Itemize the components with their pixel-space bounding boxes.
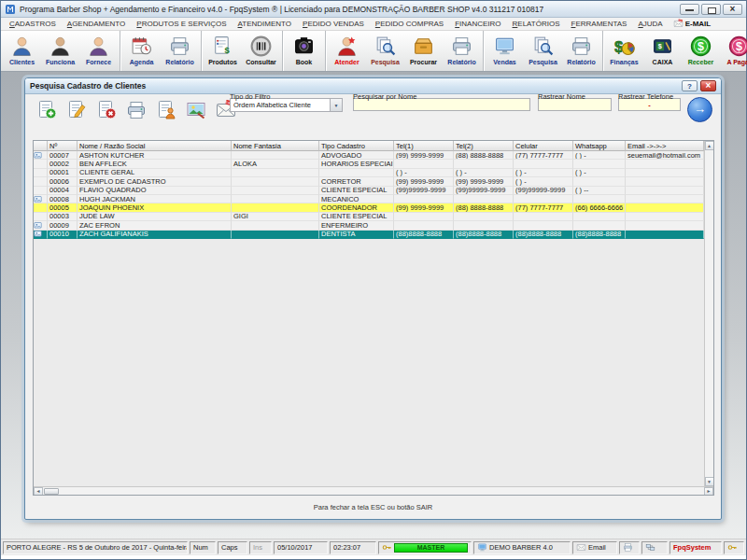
toolbar-button-finan-as[interactable]: $Finanças — [605, 32, 643, 70]
delete-record-button[interactable] — [92, 97, 120, 122]
table-row-joaquin-phoenix[interactable]: 00005JOAQUIN PHOENIXCOORDENADOR(99) 9999… — [34, 203, 704, 212]
table-row-exemplo-de-cadastro[interactable]: 00006EXEMPLO DE CADASTROCORRETOR(99) 999… — [34, 177, 704, 186]
menu-item-relat-rios[interactable]: RELATÓRIOS — [508, 19, 565, 29]
scroll-right-icon[interactable]: ► — [704, 487, 713, 496]
scroll-up-icon[interactable]: ▲ — [705, 141, 714, 150]
scrollbar-thumb[interactable] — [44, 488, 59, 495]
table-row-cliente-geral[interactable]: 00001CLIENTE GERAL( ) -( ) -( ) -( ) - — [34, 169, 704, 177]
menu-item-ajuda[interactable]: AJUDA — [633, 19, 667, 29]
cell-tel2: (88) 8888-8888 — [454, 151, 514, 160]
menu-item-financeiro[interactable]: FINANCEIRO — [450, 19, 505, 29]
photo-row-icon — [34, 221, 42, 230]
column-header-tipo-cadastro[interactable]: Tipo Cadastro — [319, 141, 394, 151]
toolbar-button-pesquisa[interactable]: Pesquisa — [524, 32, 562, 70]
menu-bar: CADASTROSAGENDAMENTOPRODUTOS E SERVIÇOSA… — [1, 18, 746, 31]
search-go-button[interactable] — [687, 97, 712, 122]
menu-item-ferramentas[interactable]: FERRAMENTAS — [567, 19, 632, 29]
table-row-ashton-kutcher[interactable]: 00007ASHTON KUTCHERADVOGADO(99) 9999-999… — [34, 151, 704, 160]
column-header-email[interactable]: Email ->->-> — [626, 141, 704, 151]
status-panel-printer — [619, 541, 640, 554]
toolbar-button-receber[interactable]: $Receber — [682, 32, 720, 70]
svg-text:$: $ — [658, 42, 662, 50]
toolbar-button-clientes[interactable]: Clientes — [3, 32, 41, 70]
scroll-left-icon[interactable]: ◄ — [34, 487, 43, 496]
column-header-n[interactable]: Nº — [48, 141, 78, 151]
minimize-button[interactable] — [680, 4, 699, 15]
table-row-zach-galifianakis[interactable]: 00010ZACH GALIFIANAKISDENTISTA(88)8888-8… — [34, 231, 704, 239]
dialog-title: Pesquisa Cadastro de Clientes — [30, 81, 146, 91]
toolbar-button-atender[interactable]: Atender — [328, 32, 366, 70]
photo-row-icon — [34, 231, 42, 239]
monitor-icon — [477, 542, 487, 553]
table-header: NºNome / Razão SocialNome FantasiaTipo C… — [34, 141, 704, 151]
toolbar-button-relat-rio[interactable]: Relatório — [443, 32, 481, 70]
toolbar-button-a-pagar[interactable]: $A Pagar — [720, 32, 747, 70]
toolbar-button-consultar[interactable]: Consultar — [242, 32, 280, 70]
contact-doc-button[interactable] — [152, 97, 179, 122]
table-row-flavio-quadrado[interactable]: 00004FLAVIO QUADRADOCLIENTE ESPECIAL(99)… — [34, 187, 704, 195]
photo-button[interactable] — [182, 97, 209, 122]
column-header-nome-fantasia[interactable]: Nome Fantasia — [232, 141, 319, 151]
close-button[interactable] — [723, 4, 742, 15]
dialog-close-button[interactable] — [700, 80, 716, 91]
menu-item-atendimento[interactable]: ATENDIMENTO — [233, 19, 297, 29]
cell-tel2 — [454, 213, 514, 221]
cell-tel1: (99)99999-9999 — [394, 187, 454, 195]
add-record-button[interactable] — [33, 97, 60, 122]
cell-tel1: (99) 9999-9999 — [394, 203, 454, 212]
menu-item-produtos-e-servi-os[interactable]: PRODUTOS E SERVIÇOS — [132, 19, 231, 29]
menu-item-pedido-compras[interactable]: PEDIDO COMPRAS — [371, 19, 448, 29]
track-phone-label: Rastrear Telefone — [618, 92, 673, 101]
table-row-zac-efron[interactable]: 00009ZAC EFRONENFERMEIRO — [34, 221, 704, 230]
workspace: Pesquisa Cadastro de Clientes E-MAIL Tip… — [1, 72, 746, 539]
scroll-down-icon[interactable]: ▼ — [705, 477, 714, 486]
toolbar-button-procurar[interactable]: Procurar — [404, 32, 443, 70]
column-header-whatsapp[interactable]: Whatsapp — [573, 141, 626, 151]
column-header-tel-2[interactable]: Tel(2) — [454, 141, 514, 151]
titlebar: Programa Barber Shop + Agendamento e Fin… — [1, 1, 746, 18]
photo-icon — [185, 99, 207, 121]
table-row-jude-law[interactable]: 00003JUDE LAWGIGICLIENTE ESPECIAL — [34, 213, 704, 221]
toolbar-button-relat-rio[interactable]: Relatório — [161, 32, 199, 70]
column-header-celular[interactable]: Celular — [514, 141, 573, 151]
menu-item-cadastros[interactable]: CADASTROS — [5, 19, 61, 29]
drawer-icon — [412, 35, 435, 58]
cell-fantasy: GIGI — [232, 213, 319, 221]
toolbar-button-relat-rio[interactable]: Relatório — [562, 32, 600, 70]
menu-item-agendamento[interactable]: AGENDAMENTO — [63, 19, 131, 29]
status-panel-master: MASTER — [378, 541, 472, 554]
edit-record-button[interactable] — [63, 97, 90, 122]
toolbar-button-funciona[interactable]: Funciona — [41, 32, 79, 70]
toolbar-button-produtos[interactable]: $Produtos — [204, 32, 242, 70]
app-icon — [5, 4, 16, 15]
chevron-down-icon[interactable] — [330, 99, 342, 111]
record-actions: E-MAIL — [33, 97, 239, 122]
dialog-help-button[interactable] — [682, 80, 698, 91]
cell-whatsapp — [573, 195, 626, 203]
table-row-hugh-jackman[interactable]: 00008HUGH JACKMANMECANICO — [34, 195, 704, 203]
table-row-ben-affleck[interactable]: 00002BEN AFFLECKALOKAHORARIOS ESPECIAIS — [34, 160, 704, 168]
menu-item-pedido-vendas[interactable]: PEDIDO VENDAS — [298, 19, 369, 29]
column-header-tel-1[interactable]: Tel(1) — [394, 141, 454, 151]
toolbar-button-pesquisa[interactable]: Pesquisa — [366, 32, 404, 70]
toolbar-button-agenda[interactable]: Agenda — [122, 32, 161, 70]
restore-button[interactable] — [701, 4, 721, 15]
menu-item-email[interactable]: E-MAILE-MAIL — [669, 19, 715, 29]
column-header-icon[interactable] — [34, 141, 48, 151]
client-search-dialog: Pesquisa Cadastro de Clientes E-MAIL Tip… — [24, 77, 722, 520]
cell-name: JOAQUIN PHOENIX — [78, 203, 232, 212]
photo-row-icon-cell — [34, 195, 48, 203]
icon-cell — [34, 160, 48, 168]
toolbar-button-book[interactable]: Book — [285, 32, 323, 70]
column-header-nome-raz-o-social[interactable]: Nome / Razão Social — [78, 141, 232, 151]
toolbar-group: VendasPesquisaRelatório — [484, 31, 603, 71]
toolbar-button-fornece[interactable]: Fornece — [79, 32, 118, 70]
print-button[interactable] — [122, 97, 149, 122]
status-panel-email: Email — [572, 541, 617, 554]
cell-tel1: (99) 9999-9999 — [394, 151, 454, 160]
toolbar-button-vendas[interactable]: Vendas — [486, 32, 524, 70]
toolbar-button-caixa[interactable]: $CAIXA — [643, 32, 682, 70]
vertical-scrollbar[interactable]: ▲ ▼ — [704, 141, 713, 486]
horizontal-scrollbar[interactable]: ◄ ► — [34, 486, 713, 495]
track-name-field: Rastrear Nome — [538, 98, 612, 111]
